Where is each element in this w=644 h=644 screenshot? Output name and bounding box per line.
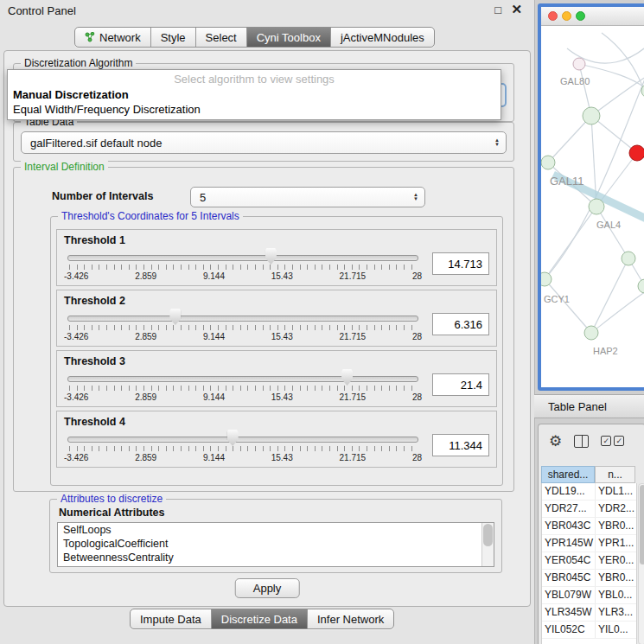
attributes-list[interactable]: SelfLoops TopologicalCoefficient Between… (57, 522, 494, 567)
tab-label: Network (99, 31, 141, 44)
network-canvas[interactable]: GAL80 GAL11 GAL4 GCY1 HAP2 (541, 26, 644, 388)
table-panel-window: ⚙ ✓ ✓ shared... n... YDL19...YDL1... YDR… (538, 424, 644, 644)
num-intervals-label: Number of Intervals (52, 190, 153, 202)
column-header-shared-name[interactable]: shared... (541, 466, 595, 483)
node[interactable] (638, 279, 644, 293)
tab-label: Discretize Data (221, 613, 297, 626)
threshold-4-slider[interactable]: -3.4262.8599.14415.4321.71528 (64, 428, 422, 466)
threshold-3-value-field[interactable]: 21.4 (432, 373, 489, 396)
threshold-4-value-field[interactable]: 11.344 (432, 434, 489, 456)
slider-thumb[interactable] (227, 430, 239, 446)
list-item[interactable]: SelfLoops (58, 523, 494, 537)
node[interactable] (541, 272, 552, 286)
node[interactable] (573, 58, 585, 70)
numerical-attributes-label: Numerical Attributes (59, 507, 164, 519)
slider-scale: -3.4262.8599.14415.4321.71528 (64, 271, 422, 281)
node-label-gal4: GAL4 (596, 220, 621, 230)
network-icon (85, 32, 95, 42)
combo-stepper-icon: ▲▼ (413, 193, 418, 201)
control-panel-window: Control Panel □ ✕ Network Style Select C… (0, 0, 534, 644)
table-row[interactable]: YDL19...YDL1... (542, 483, 636, 501)
node[interactable] (583, 107, 600, 124)
float-window-icon[interactable]: □ (494, 3, 501, 16)
checkbox-icon[interactable]: ✓ (601, 436, 611, 446)
tab-cyni-toolbox[interactable]: Cyni Toolbox (247, 28, 331, 47)
table-row[interactable]: YBL079WYBL0... (542, 587, 636, 604)
tab-label: Infer Network (317, 613, 384, 626)
apply-button[interactable]: Apply (235, 578, 300, 598)
close-traffic-light-icon[interactable] (548, 11, 558, 21)
threshold-3-slider[interactable]: -3.4262.8599.14415.4321.71528 (64, 367, 422, 405)
close-window-icon[interactable]: ✕ (511, 2, 522, 17)
network-window-titlebar[interactable] (541, 7, 644, 26)
slider-thumb[interactable] (265, 248, 277, 265)
threshold-1-value-field[interactable]: 14.713 (432, 252, 489, 275)
num-intervals-combo[interactable]: 5 ▲▼ (190, 187, 425, 207)
gear-icon[interactable]: ⚙ (549, 434, 562, 449)
columns-icon[interactable] (574, 435, 589, 448)
tab-label: jActiveMNodules (341, 31, 424, 44)
slider-track[interactable] (67, 255, 418, 261)
list-item[interactable]: BetweennessCentrality (58, 551, 494, 564)
table-row[interactable]: YER054CYER0... (542, 552, 636, 570)
attributes-group: Attributes to discretize Numerical Attri… (49, 499, 502, 573)
scrollbar-thumb[interactable] (640, 485, 644, 564)
tab-discretize-data[interactable]: Discretize Data (212, 609, 308, 628)
threshold-1-slider[interactable]: -3.4262.8599.14415.4321.71528 (64, 246, 422, 284)
control-panel-titlebar: Control Panel □ ✕ (0, 0, 534, 22)
list-scrollbar[interactable] (481, 523, 494, 566)
table-scrollbar[interactable] (638, 483, 644, 644)
table-row[interactable]: YPR145WYPR1... (542, 535, 636, 552)
tab-select[interactable]: Select (196, 28, 247, 47)
slider-track[interactable] (67, 437, 418, 443)
threshold-label: Threshold 2 (64, 295, 489, 307)
slider-ticks (69, 265, 417, 270)
select-columns-checkboxes[interactable]: ✓ ✓ (601, 436, 624, 446)
algorithm-dropdown-list: Select algorithm to view settings Manual… (7, 69, 501, 120)
slider-thumb[interactable] (169, 309, 181, 325)
table-toolbar: ⚙ ✓ ✓ (539, 424, 644, 457)
node[interactable] (622, 252, 635, 265)
table-row[interactable]: YIL052CYIL0... (542, 622, 636, 639)
thresholds-group: Threshold's Coordinates for 5 Intervals … (50, 216, 503, 486)
tab-impute-data[interactable]: Impute Data (131, 609, 212, 628)
zoom-traffic-light-icon[interactable] (576, 11, 585, 21)
node[interactable] (584, 326, 598, 340)
tab-jactivemnodules[interactable]: jActiveMNodules (331, 28, 434, 47)
threshold-2-value-field[interactable]: 6.316 (432, 313, 489, 335)
node-label-gcy1: GCY1 (544, 294, 570, 304)
table-data-combo[interactable]: galFiltered.sif default node ▲▼ (21, 131, 507, 154)
slider-track[interactable] (67, 376, 418, 382)
threshold-2-slider[interactable]: -3.4262.8599.14415.4321.71528 (64, 307, 422, 345)
slider-thumb[interactable] (341, 369, 353, 386)
table-row[interactable]: YBR045CYBR0... (542, 570, 636, 587)
slider-track[interactable] (67, 316, 418, 322)
tab-style[interactable]: Style (151, 28, 196, 47)
threshold-4-panel: Threshold 4 -3.4262.8599.14415.4321.7152… (56, 411, 497, 468)
dropdown-option-manual-discretization[interactable]: Manual Discretization (8, 87, 501, 102)
table-row[interactable]: YBR043CYBR0... (542, 518, 636, 535)
checkbox-icon[interactable]: ✓ (614, 436, 624, 446)
node[interactable] (589, 199, 604, 214)
group-title: Threshold's Coordinates for 5 Intervals (58, 210, 243, 222)
table-row[interactable]: YLR345WYLR3... (542, 604, 636, 622)
column-header-name[interactable]: n... (595, 466, 635, 483)
tab-infer-network[interactable]: Infer Network (308, 609, 393, 628)
tab-network[interactable]: Network (75, 28, 151, 47)
interval-definition-group: Interval Definition Number of Intervals … (13, 167, 514, 492)
slider-scale: -3.4262.8599.14415.4321.71528 (64, 392, 422, 402)
network-view-window: GAL80 GAL11 GAL4 GCY1 HAP2 (538, 3, 644, 391)
node-label-hap2: HAP2 (593, 346, 618, 356)
minimize-traffic-light-icon[interactable] (562, 11, 571, 21)
list-item[interactable]: TopologicalCoefficient (58, 537, 494, 551)
slider-scale: -3.4262.8599.14415.4321.71528 (64, 453, 422, 462)
cyni-toolbox-panel: Discretization Algorithm ▲▼ Table Data g… (3, 50, 531, 607)
table-body: YDL19...YDL1... YDR27...YDR2... YBR043CY… (541, 483, 637, 644)
node[interactable] (541, 156, 555, 169)
scrollbar-thumb[interactable] (483, 524, 493, 546)
dropdown-option-equal-width-frequency[interactable]: Equal Width/Frequency Discretization (8, 102, 501, 117)
table-row[interactable]: YDR27...YDR2... (542, 501, 636, 518)
table-data-group: Table Data galFiltered.sif default node … (13, 122, 514, 162)
node-selected-red[interactable] (629, 145, 644, 161)
tab-label: Style (161, 31, 186, 44)
